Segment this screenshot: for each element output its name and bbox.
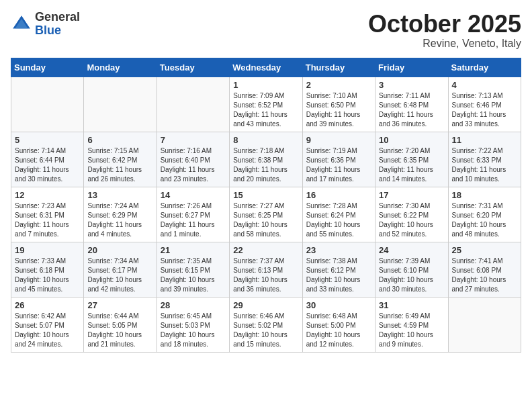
day-info: Sunrise: 7:11 AM Sunset: 6:48 PM Dayligh…	[379, 91, 444, 129]
day-number: 26	[15, 300, 80, 310]
day-number: 22	[233, 245, 298, 255]
calendar-day-cell: 5Sunrise: 7:14 AM Sunset: 6:44 PM Daylig…	[11, 132, 84, 187]
calendar-day-cell: 20Sunrise: 7:34 AM Sunset: 6:17 PM Dayli…	[84, 242, 157, 297]
day-info: Sunrise: 7:30 AM Sunset: 6:22 PM Dayligh…	[379, 201, 444, 239]
day-number: 20	[87, 245, 152, 255]
logo-icon	[11, 13, 32, 35]
day-info: Sunrise: 7:14 AM Sunset: 6:44 PM Dayligh…	[15, 146, 80, 184]
calendar-day-header: Tuesday	[157, 58, 229, 77]
day-info: Sunrise: 7:39 AM Sunset: 6:10 PM Dayligh…	[379, 257, 444, 294]
calendar-day-cell	[157, 77, 229, 132]
calendar-day-cell: 8Sunrise: 7:18 AM Sunset: 6:38 PM Daylig…	[230, 132, 302, 187]
day-number: 6	[87, 135, 152, 145]
calendar-day-cell: 13Sunrise: 7:24 AM Sunset: 6:29 PM Dayli…	[84, 187, 157, 242]
calendar-day-cell: 26Sunrise: 6:42 AM Sunset: 5:07 PM Dayli…	[11, 297, 84, 352]
day-info: Sunrise: 7:35 AM Sunset: 6:15 PM Dayligh…	[161, 257, 226, 294]
day-info: Sunrise: 7:26 AM Sunset: 6:27 PM Dayligh…	[161, 201, 226, 239]
day-number: 12	[15, 190, 80, 200]
calendar-day-header: Saturday	[448, 58, 521, 77]
calendar-day-cell: 28Sunrise: 6:45 AM Sunset: 5:03 PM Dayli…	[157, 297, 229, 352]
day-info: Sunrise: 7:27 AM Sunset: 6:25 PM Dayligh…	[233, 201, 298, 239]
calendar-day-cell: 27Sunrise: 6:44 AM Sunset: 5:05 PM Dayli…	[84, 297, 157, 352]
day-info: Sunrise: 6:49 AM Sunset: 4:59 PM Dayligh…	[379, 312, 444, 349]
calendar-week-row: 5Sunrise: 7:14 AM Sunset: 6:44 PM Daylig…	[11, 132, 521, 187]
day-info: Sunrise: 7:10 AM Sunset: 6:50 PM Dayligh…	[306, 91, 371, 129]
calendar-day-cell: 29Sunrise: 6:46 AM Sunset: 5:02 PM Dayli…	[230, 297, 302, 352]
calendar-week-row: 19Sunrise: 7:33 AM Sunset: 6:18 PM Dayli…	[11, 242, 521, 297]
day-info: Sunrise: 7:28 AM Sunset: 6:24 PM Dayligh…	[306, 201, 371, 239]
day-number: 24	[379, 245, 444, 255]
calendar-week-row: 1Sunrise: 7:09 AM Sunset: 6:52 PM Daylig…	[11, 77, 521, 132]
calendar-day-cell: 25Sunrise: 7:41 AM Sunset: 6:08 PM Dayli…	[448, 242, 521, 297]
calendar-week-row: 26Sunrise: 6:42 AM Sunset: 5:07 PM Dayli…	[11, 297, 521, 352]
day-number: 25	[452, 245, 517, 255]
day-info: Sunrise: 7:16 AM Sunset: 6:40 PM Dayligh…	[161, 146, 226, 184]
calendar-day-cell: 14Sunrise: 7:26 AM Sunset: 6:27 PM Dayli…	[157, 187, 229, 242]
day-info: Sunrise: 6:44 AM Sunset: 5:05 PM Dayligh…	[87, 312, 152, 349]
logo: General Blue	[11, 11, 80, 38]
day-number: 14	[161, 190, 226, 200]
logo-blue-text: Blue	[35, 24, 80, 38]
day-number: 31	[379, 300, 444, 310]
day-number: 16	[306, 190, 371, 200]
month-title: October 2025	[368, 11, 521, 38]
calendar-table: SundayMondayTuesdayWednesdayThursdayFrid…	[11, 58, 521, 353]
day-info: Sunrise: 7:09 AM Sunset: 6:52 PM Dayligh…	[233, 91, 298, 129]
calendar-day-cell: 31Sunrise: 6:49 AM Sunset: 4:59 PM Dayli…	[375, 297, 448, 352]
calendar-day-cell: 15Sunrise: 7:27 AM Sunset: 6:25 PM Dayli…	[230, 187, 302, 242]
day-info: Sunrise: 7:33 AM Sunset: 6:18 PM Dayligh…	[15, 257, 80, 294]
calendar-day-cell: 1Sunrise: 7:09 AM Sunset: 6:52 PM Daylig…	[230, 77, 302, 132]
day-info: Sunrise: 6:45 AM Sunset: 5:03 PM Dayligh…	[161, 312, 226, 349]
page-header: General Blue October 2025 Revine, Veneto…	[11, 11, 521, 50]
day-number: 21	[161, 245, 226, 255]
day-info: Sunrise: 6:46 AM Sunset: 5:02 PM Dayligh…	[233, 312, 298, 349]
calendar-day-header: Thursday	[302, 58, 375, 77]
calendar-day-cell: 10Sunrise: 7:20 AM Sunset: 6:35 PM Dayli…	[375, 132, 448, 187]
calendar-week-row: 12Sunrise: 7:23 AM Sunset: 6:31 PM Dayli…	[11, 187, 521, 242]
calendar-day-header: Friday	[375, 58, 448, 77]
calendar-day-cell: 9Sunrise: 7:19 AM Sunset: 6:36 PM Daylig…	[302, 132, 375, 187]
day-number: 30	[306, 300, 371, 310]
calendar-day-cell: 12Sunrise: 7:23 AM Sunset: 6:31 PM Dayli…	[11, 187, 84, 242]
day-number: 18	[452, 190, 517, 200]
title-block: October 2025 Revine, Veneto, Italy	[368, 11, 521, 50]
calendar-day-cell: 24Sunrise: 7:39 AM Sunset: 6:10 PM Dayli…	[375, 242, 448, 297]
day-number: 2	[306, 80, 371, 90]
day-info: Sunrise: 7:15 AM Sunset: 6:42 PM Dayligh…	[87, 146, 152, 184]
calendar-day-cell: 6Sunrise: 7:15 AM Sunset: 6:42 PM Daylig…	[84, 132, 157, 187]
calendar-day-cell	[448, 297, 521, 352]
calendar-header-row: SundayMondayTuesdayWednesdayThursdayFrid…	[11, 58, 521, 77]
day-info: Sunrise: 7:18 AM Sunset: 6:38 PM Dayligh…	[233, 146, 298, 184]
calendar-day-header: Wednesday	[230, 58, 302, 77]
day-number: 4	[452, 80, 517, 90]
calendar-day-cell	[84, 77, 157, 132]
day-number: 7	[161, 135, 226, 145]
logo-general-text: General	[35, 11, 80, 24]
day-info: Sunrise: 7:20 AM Sunset: 6:35 PM Dayligh…	[379, 146, 444, 184]
calendar-day-header: Sunday	[11, 58, 84, 77]
calendar-day-cell	[11, 77, 84, 132]
day-number: 8	[233, 135, 298, 145]
calendar-day-cell: 30Sunrise: 6:48 AM Sunset: 5:00 PM Dayli…	[302, 297, 375, 352]
calendar-day-cell: 3Sunrise: 7:11 AM Sunset: 6:48 PM Daylig…	[375, 77, 448, 132]
calendar-day-cell: 2Sunrise: 7:10 AM Sunset: 6:50 PM Daylig…	[302, 77, 375, 132]
day-number: 27	[87, 300, 152, 310]
calendar-day-header: Monday	[84, 58, 157, 77]
day-info: Sunrise: 7:22 AM Sunset: 6:33 PM Dayligh…	[452, 146, 517, 184]
day-number: 28	[161, 300, 226, 310]
day-info: Sunrise: 7:34 AM Sunset: 6:17 PM Dayligh…	[87, 257, 152, 294]
day-info: Sunrise: 7:38 AM Sunset: 6:12 PM Dayligh…	[306, 257, 371, 294]
day-number: 11	[452, 135, 517, 145]
day-number: 29	[233, 300, 298, 310]
day-number: 13	[87, 190, 152, 200]
day-number: 23	[306, 245, 371, 255]
location-subtitle: Revine, Veneto, Italy	[368, 38, 521, 50]
day-number: 9	[306, 135, 371, 145]
calendar-day-cell: 7Sunrise: 7:16 AM Sunset: 6:40 PM Daylig…	[157, 132, 229, 187]
day-info: Sunrise: 7:23 AM Sunset: 6:31 PM Dayligh…	[15, 201, 80, 239]
day-info: Sunrise: 6:48 AM Sunset: 5:00 PM Dayligh…	[306, 312, 371, 349]
calendar-day-cell: 19Sunrise: 7:33 AM Sunset: 6:18 PM Dayli…	[11, 242, 84, 297]
day-number: 10	[379, 135, 444, 145]
day-number: 17	[379, 190, 444, 200]
calendar-day-cell: 4Sunrise: 7:13 AM Sunset: 6:46 PM Daylig…	[448, 77, 521, 132]
